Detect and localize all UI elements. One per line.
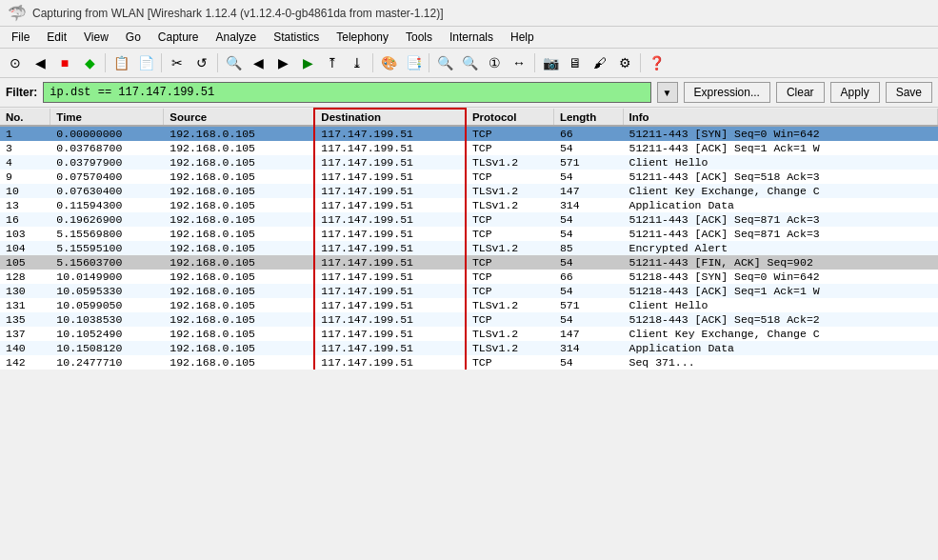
cell-time: 0.03768700	[50, 141, 164, 155]
toolbar-coloring-rules[interactable]: 🖌	[589, 51, 611, 74]
menu-item-tools[interactable]: Tools	[398, 29, 440, 46]
cell-length: 314	[553, 341, 623, 355]
toolbar-capture-options[interactable]: 📋	[110, 51, 132, 74]
cell-destination: 117.147.199.51	[314, 141, 466, 155]
toolbar-open[interactable]: ◀	[29, 51, 51, 74]
clear-button[interactable]: Clear	[776, 82, 825, 103]
toolbar-forward[interactable]: ▶	[271, 51, 294, 74]
col-header-destination[interactable]: Destination	[314, 109, 466, 126]
expression-button[interactable]: Expression...	[684, 82, 770, 103]
table-header-row: No. Time Source Destination Protocol Len…	[0, 109, 938, 126]
cell-destination: 117.147.199.51	[314, 241, 466, 255]
col-header-protocol[interactable]: Protocol	[466, 109, 554, 126]
cell-destination: 117.147.199.51	[314, 126, 466, 141]
table-row[interactable]: 12810.0149900192.168.0.105117.147.199.51…	[0, 270, 938, 284]
table-row[interactable]: 130.11594300192.168.0.105117.147.199.51T…	[0, 198, 938, 212]
toolbar-autoscroll[interactable]: 📑	[402, 51, 425, 74]
filter-input[interactable]	[43, 82, 650, 103]
toolbar-zoom-out[interactable]: 🔍	[458, 51, 481, 74]
table-row[interactable]: 30.03768700192.168.0.105117.147.199.51TC…	[0, 141, 938, 155]
menu-item-analyze[interactable]: Analyze	[209, 29, 265, 46]
toolbar-prefs[interactable]: ⚙	[613, 51, 636, 74]
table-row[interactable]: 13710.1052490192.168.0.105117.147.199.51…	[0, 327, 938, 341]
table-row[interactable]: 100.07630400192.168.0.105117.147.199.51T…	[0, 184, 938, 198]
toolbar-back[interactable]: ◀	[247, 51, 269, 74]
cell-source: 192.168.0.105	[164, 141, 315, 155]
menu-item-help[interactable]: Help	[503, 29, 542, 46]
cell-destination: 117.147.199.51	[314, 284, 466, 298]
packet-table: No. Time Source Destination Protocol Len…	[0, 108, 938, 370]
toolbar-capture-filters[interactable]: 📷	[539, 51, 562, 74]
table-row[interactable]: 1055.15603700192.168.0.105117.147.199.51…	[0, 255, 938, 270]
cell-protocol: TCP	[466, 270, 554, 284]
cell-info: 51211-443 [ACK] Seq=1 Ack=1 W	[623, 141, 937, 155]
cell-info: 51211-443 [ACK] Seq=518 Ack=3	[623, 170, 937, 184]
cell-no: 130	[0, 284, 50, 298]
cell-destination: 117.147.199.51	[314, 298, 466, 312]
menu-item-telephony[interactable]: Telephony	[329, 29, 396, 46]
toolbar-capture-start[interactable]: 📄	[134, 51, 157, 74]
cell-time: 10.1508120	[50, 341, 164, 355]
toolbar-new[interactable]: ⊙	[4, 51, 27, 74]
table-row[interactable]: 1035.15569800192.168.0.105117.147.199.51…	[0, 227, 938, 241]
toolbar-save[interactable]: ■	[53, 51, 76, 74]
cell-source: 192.168.0.105	[164, 312, 315, 327]
cell-time: 0.07570400	[50, 170, 164, 184]
toolbar-display-filters[interactable]: 🖥	[564, 51, 587, 74]
toolbar-go-packet[interactable]: ▶	[296, 51, 319, 74]
menu-item-go[interactable]: Go	[118, 29, 149, 46]
menu-item-statistics[interactable]: Statistics	[266, 29, 327, 46]
cell-info: Client Key Exchange, Change C	[623, 184, 937, 198]
menu-item-capture[interactable]: Capture	[150, 29, 207, 46]
cell-time: 0.03797900	[50, 155, 164, 170]
menu-item-view[interactable]: View	[76, 29, 116, 46]
save-button[interactable]: Save	[886, 82, 932, 103]
toolbar-last[interactable]: ⤓	[346, 51, 369, 74]
cell-destination: 117.147.199.51	[314, 212, 466, 227]
toolbar-close[interactable]: ◆	[78, 51, 101, 74]
cell-time: 0.07630400	[50, 184, 164, 198]
col-header-info[interactable]: Info	[623, 109, 937, 126]
table-row[interactable]: 1045.15595100192.168.0.105117.147.199.51…	[0, 241, 938, 255]
cell-no: 128	[0, 270, 50, 284]
toolbar-reload[interactable]: ↺	[190, 51, 213, 74]
table-row[interactable]: 10.00000000192.168.0.105117.147.199.51TC…	[0, 126, 938, 141]
table-row[interactable]: 40.03797900192.168.0.105117.147.199.51TL…	[0, 155, 938, 170]
sep5	[429, 53, 429, 72]
cell-protocol: TLSv1.2	[466, 341, 554, 355]
toolbar-resize[interactable]: ↔	[508, 51, 530, 74]
table-row[interactable]: 13510.1038530192.168.0.105117.147.199.51…	[0, 312, 938, 327]
table-row[interactable]: 14010.1508120192.168.0.105117.147.199.51…	[0, 341, 938, 355]
table-row[interactable]: 14210.2477710192.168.0.105117.147.199.51…	[0, 355, 938, 370]
cell-no: 140	[0, 341, 50, 355]
col-header-length[interactable]: Length	[553, 109, 623, 126]
menu-item-edit[interactable]: Edit	[39, 29, 74, 46]
toolbar-search[interactable]: 🔍	[222, 51, 245, 74]
cell-protocol: TCP	[466, 355, 554, 370]
table-row[interactable]: 90.07570400192.168.0.105117.147.199.51TC…	[0, 170, 938, 184]
cell-source: 192.168.0.105	[164, 255, 315, 270]
table-row[interactable]: 13110.0599050192.168.0.105117.147.199.51…	[0, 298, 938, 312]
cell-protocol: TCP	[466, 312, 554, 327]
table-row[interactable]: 13010.0595330192.168.0.105117.147.199.51…	[0, 284, 938, 298]
col-header-no[interactable]: No.	[0, 109, 50, 126]
menu-item-file[interactable]: File	[4, 29, 37, 46]
toolbar-help[interactable]: ❓	[645, 51, 668, 74]
cell-no: 9	[0, 170, 50, 184]
toolbar-colorize[interactable]: 🎨	[377, 51, 400, 74]
col-header-time[interactable]: Time	[50, 109, 164, 126]
toolbar-cut[interactable]: ✂	[166, 51, 189, 74]
menu-item-internals[interactable]: Internals	[442, 29, 501, 46]
col-header-source[interactable]: Source	[164, 109, 315, 126]
cell-length: 147	[553, 327, 623, 341]
cell-no: 135	[0, 312, 50, 327]
packet-list-container[interactable]: No. Time Source Destination Protocol Len…	[0, 108, 938, 446]
filter-dropdown-btn[interactable]: ▼	[657, 82, 678, 103]
table-row[interactable]: 160.19626900192.168.0.105117.147.199.51T…	[0, 212, 938, 227]
toolbar-zoom-100[interactable]: ①	[483, 51, 506, 74]
cell-protocol: TCP	[466, 255, 554, 270]
apply-button[interactable]: Apply	[830, 82, 880, 103]
toolbar-first[interactable]: ⤒	[321, 51, 344, 74]
cell-length: 314	[553, 198, 623, 212]
toolbar-zoom-in[interactable]: 🔍	[433, 51, 456, 74]
